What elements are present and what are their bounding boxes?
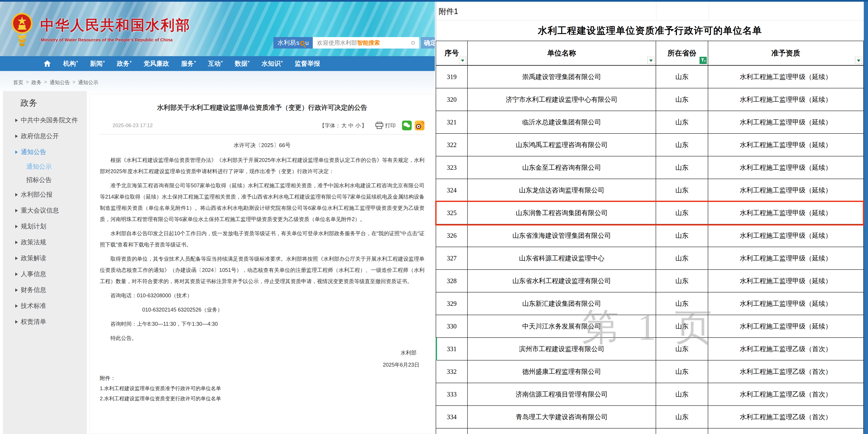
sidebar-item-9[interactable]: 政策法规 xyxy=(15,238,87,247)
vertical-scrollbar[interactable] xyxy=(864,2,868,434)
nav-item-1[interactable]: 机构▾ xyxy=(63,59,78,68)
search-confirm-button[interactable]: 确定 xyxy=(421,37,435,49)
column-header-4[interactable]: 准予资质 xyxy=(708,41,863,65)
filter-dropdown-icon[interactable] xyxy=(855,57,862,64)
cell-province[interactable]: 山东 xyxy=(656,406,708,428)
cell-seq[interactable]: 325 xyxy=(436,202,468,224)
cell-province[interactable]: 山东 xyxy=(656,66,708,88)
nav-item-2[interactable]: 新闻▾ xyxy=(90,59,105,68)
cell-province[interactable]: 山东 xyxy=(656,88,708,111)
sidebar-item-13[interactable]: 技术标准 xyxy=(15,302,87,310)
cell-name[interactable]: 山东龙信达咨询监理有限公司 xyxy=(468,179,656,201)
cell-qualification[interactable]: 水利工程施工监理甲级（延续） xyxy=(708,134,863,156)
sidebar-item-11[interactable]: 人事信息 xyxy=(15,270,87,278)
cell-seq[interactable]: 323 xyxy=(436,156,468,179)
cell-qualification[interactable]: 水利工程施工监理甲级（延续） xyxy=(708,179,863,201)
sidebar-item-2[interactable]: 政府信息公开 xyxy=(15,132,87,141)
cell-qualification[interactable]: 水利工程施工监理乙级（首次） xyxy=(708,383,863,405)
cell-seq[interactable]: 329 xyxy=(436,292,468,315)
column-header-1[interactable]: 序号 xyxy=(436,41,468,65)
cell-province[interactable]: 山东 xyxy=(656,338,708,360)
cell-qualification[interactable]: 水利工程施工监理甲级（延续） xyxy=(708,270,863,292)
nav-item-7[interactable]: 数据▾ xyxy=(235,59,250,68)
cell-seq[interactable]: 330 xyxy=(436,315,468,337)
cell-qualification[interactable]: 水利工程施工监理甲级（延续） xyxy=(708,224,863,247)
nav-item-8[interactable]: 水知识▾ xyxy=(261,59,283,68)
home-icon[interactable] xyxy=(43,60,51,67)
cell-province[interactable]: 山东 xyxy=(656,292,708,315)
cell-seq[interactable]: 321 xyxy=(436,111,468,133)
column-header-3[interactable]: 所在省份 xyxy=(656,41,708,65)
nav-item-9[interactable]: 监督举报 xyxy=(295,59,320,68)
cell-seq[interactable]: 331 xyxy=(436,338,468,360)
cell-name[interactable]: 滨州市工程建设监理有限公司 xyxy=(468,338,656,360)
attachment-link-2[interactable]: 2.水利工程建设监理单位资质变更行政许可的单位名单 xyxy=(100,395,425,402)
cell-seq[interactable]: 322 xyxy=(436,134,468,156)
cell-qualification[interactable]: 水利工程施工监理甲级（延续） xyxy=(708,315,863,337)
cell-name[interactable]: 中天川江水务发展有限公司 xyxy=(468,315,656,337)
print-button[interactable]: 打印 xyxy=(375,122,396,129)
sidebar-item-1[interactable]: 中共中央国务院文件 xyxy=(15,116,87,125)
nav-item-3[interactable]: 政务▾ xyxy=(117,59,132,68)
sidebar-item-14[interactable]: 权责清单 xyxy=(15,317,87,326)
cell-qualification[interactable]: 水利工程施工监理乙级（首次） xyxy=(708,338,863,360)
sidebar-subitem-5[interactable]: 招标公告 xyxy=(26,176,87,184)
cell-province[interactable]: 山东 xyxy=(656,315,708,337)
cell-name[interactable]: 山东省水利工程建设监理有限公司 xyxy=(468,270,656,292)
cell-qualification[interactable]: 水利工程施工监理乙级（首次） xyxy=(708,361,863,383)
filter-dropdown-icon[interactable] xyxy=(459,57,466,64)
attachment-link-1[interactable]: 1.水利工程建设监理单位资质准予行政许可的单位名单 xyxy=(100,385,425,392)
cell-name[interactable]: 青岛理工大学建设咨询有限公司 xyxy=(468,406,656,428)
sidebar-item-7[interactable]: 重大会议信息 xyxy=(15,206,87,215)
sidebar-item-10[interactable]: 政策解读 xyxy=(15,254,87,262)
nav-item-5[interactable]: 服务▾ xyxy=(181,59,196,68)
cell-name[interactable]: 德州盛康工程监理有限公司 xyxy=(468,361,656,383)
nav-item-4[interactable]: 党风廉政 xyxy=(144,59,169,68)
cell-name[interactable]: 山东鸿禹工程监理咨询有限公司 xyxy=(468,134,656,156)
cell-name[interactable]: 山东润鲁工程咨询集团有限公司 xyxy=(468,202,656,224)
weibo-share-icon[interactable] xyxy=(415,121,425,130)
voice-search-icon[interactable] xyxy=(411,41,415,45)
cell-qualification[interactable]: 水利工程施工监理甲级（延续） xyxy=(708,247,863,269)
cell-seq[interactable]: 319 xyxy=(436,66,468,88)
sidebar-item-6[interactable]: 水利部公报 xyxy=(15,190,87,199)
cell-province[interactable]: 山东 xyxy=(656,247,708,269)
cell-name[interactable]: 山东金至工程咨询有限公司 xyxy=(468,156,656,179)
cell-province[interactable]: 山东 xyxy=(656,361,708,383)
breadcrumb-item-3[interactable]: 通知公告 xyxy=(50,79,70,86)
cell-qualification[interactable]: 水利工程施工监理甲级（延续） xyxy=(708,66,863,88)
wechat-share-icon[interactable] xyxy=(402,121,412,130)
cell-province[interactable]: 山东 xyxy=(656,156,708,179)
sidebar-item-12[interactable]: 财务信息 xyxy=(15,286,87,294)
cell-qualification[interactable]: 水利工程施工监理甲级（延续） xyxy=(708,156,863,179)
breadcrumb-item-4[interactable]: 通知公示 xyxy=(78,79,98,86)
cell-name[interactable]: 山东省科源工程建设监理中心 xyxy=(468,247,656,269)
cell-seq[interactable]: 324 xyxy=(436,179,468,201)
cell-province[interactable]: 山东 xyxy=(656,383,708,405)
breadcrumb-item-2[interactable]: 政务 xyxy=(31,79,41,86)
cell-name[interactable]: 临沂水总建设集团有限公司 xyxy=(468,111,656,133)
font-size-large[interactable]: 大 xyxy=(341,123,347,128)
cell-qualification[interactable]: 水利工程施工监理甲级（延续） xyxy=(708,202,863,224)
cell-province[interactable]: 山东 xyxy=(656,270,708,292)
cell-seq[interactable]: 333 xyxy=(436,383,468,405)
column-header-2[interactable]: 单位名称 xyxy=(468,41,656,65)
cell-seq[interactable]: 327 xyxy=(436,247,468,269)
sidebar-subitem-4[interactable]: 通知公示 xyxy=(26,162,87,171)
cell-seq[interactable]: 326 xyxy=(436,224,468,247)
cell-name[interactable]: 济宁市水利工程建设监理中心有限公司 xyxy=(468,88,656,111)
cell-qualification[interactable]: 水利工程施工监理甲级（延续） xyxy=(708,88,863,111)
cell-province[interactable]: 山东 xyxy=(656,202,708,224)
filter-active-icon[interactable] xyxy=(700,57,707,64)
cell-province[interactable]: 山东 xyxy=(656,224,708,247)
font-size-small[interactable]: 小 xyxy=(355,123,361,128)
cell-name[interactable]: 山东省淮海建设管理集团有限公司 xyxy=(468,224,656,247)
cell-name[interactable]: 山东新汇建设集团有限公司 xyxy=(468,292,656,315)
cell-province[interactable]: 山东 xyxy=(656,179,708,201)
cell-name[interactable]: 崇禹建设管理集团有限公司 xyxy=(468,66,656,88)
cell-seq[interactable]: 328 xyxy=(436,270,468,292)
cell-seq[interactable]: 320 xyxy=(436,88,468,111)
cell-qualification[interactable]: 水利工程施工监理乙级（首次） xyxy=(708,406,863,428)
search-input[interactable]: 欢迎使用水利部智能搜索 xyxy=(313,37,419,49)
cell-province[interactable]: 山东 xyxy=(656,134,708,156)
